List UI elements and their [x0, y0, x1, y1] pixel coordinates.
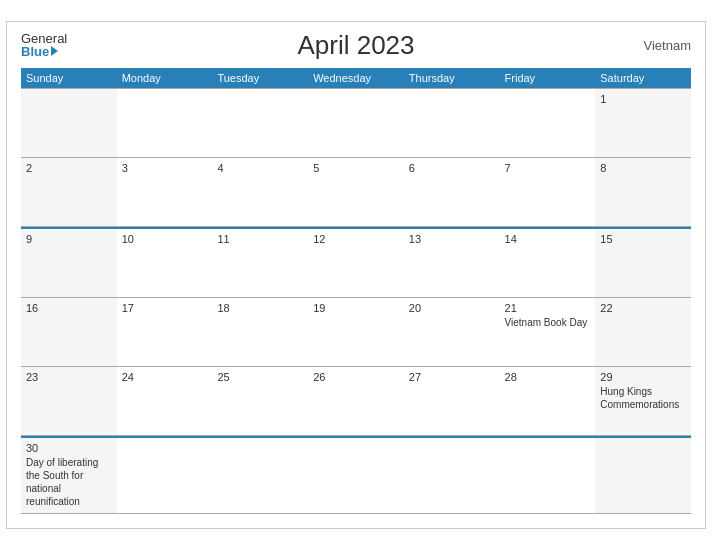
day-number: 6 — [409, 162, 495, 174]
day-cell: 24 — [117, 367, 213, 435]
day-cell: 17 — [117, 298, 213, 366]
day-cell: 7 — [500, 158, 596, 226]
event-text: Hung Kings Commemorations — [600, 386, 679, 410]
day-number: 26 — [313, 371, 399, 383]
day-cell — [212, 438, 308, 513]
day-cell — [212, 89, 308, 157]
week-row-2: 9101112131415 — [21, 227, 691, 298]
day-cell: 5 — [308, 158, 404, 226]
day-cell — [21, 89, 117, 157]
day-cell — [595, 438, 691, 513]
day-number: 17 — [122, 302, 208, 314]
day-cell: 18 — [212, 298, 308, 366]
day-cell: 3 — [117, 158, 213, 226]
week-row-1: 2345678 — [21, 158, 691, 227]
calendar-title: April 2023 — [297, 30, 414, 61]
day-number: 3 — [122, 162, 208, 174]
day-cell: 1 — [595, 89, 691, 157]
day-cell: 4 — [212, 158, 308, 226]
day-cell: 30Day of liberating the South for nation… — [21, 438, 117, 513]
day-number: 28 — [505, 371, 591, 383]
day-cell: 2 — [21, 158, 117, 226]
day-number: 5 — [313, 162, 399, 174]
day-number: 7 — [505, 162, 591, 174]
day-cell: 6 — [404, 158, 500, 226]
week-row-3: 161718192021Vietnam Book Day22 — [21, 298, 691, 367]
day-number: 1 — [600, 93, 686, 105]
header-friday: Friday — [500, 68, 596, 88]
day-cell: 13 — [404, 229, 500, 297]
day-cell: 14 — [500, 229, 596, 297]
day-cell: 27 — [404, 367, 500, 435]
day-cell — [500, 438, 596, 513]
day-cell: 22 — [595, 298, 691, 366]
day-number: 20 — [409, 302, 495, 314]
day-number: 19 — [313, 302, 399, 314]
day-cell: 8 — [595, 158, 691, 226]
day-cell: 9 — [21, 229, 117, 297]
day-cell — [404, 89, 500, 157]
day-cell: 15 — [595, 229, 691, 297]
day-number: 15 — [600, 233, 686, 245]
country-label: Vietnam — [644, 38, 691, 53]
day-number: 2 — [26, 162, 112, 174]
day-number: 10 — [122, 233, 208, 245]
day-number: 21 — [505, 302, 591, 314]
logo-blue-text: Blue — [21, 45, 58, 58]
day-cell: 23 — [21, 367, 117, 435]
day-number: 22 — [600, 302, 686, 314]
day-cell — [404, 438, 500, 513]
week-row-0: 1 — [21, 88, 691, 158]
header-wednesday: Wednesday — [308, 68, 404, 88]
day-cell: 28 — [500, 367, 596, 435]
day-cell: 29Hung Kings Commemorations — [595, 367, 691, 435]
logo: General Blue — [21, 32, 67, 58]
day-number: 12 — [313, 233, 399, 245]
day-number: 13 — [409, 233, 495, 245]
day-number: 14 — [505, 233, 591, 245]
day-headers-row: Sunday Monday Tuesday Wednesday Thursday… — [21, 68, 691, 88]
week-row-last: 30Day of liberating the South for nation… — [21, 436, 691, 514]
day-number: 25 — [217, 371, 303, 383]
day-number: 29 — [600, 371, 686, 383]
day-number: 9 — [26, 233, 112, 245]
day-number: 16 — [26, 302, 112, 314]
logo-triangle-icon — [51, 46, 58, 56]
day-cell: 25 — [212, 367, 308, 435]
day-cell: 12 — [308, 229, 404, 297]
day-cell — [117, 438, 213, 513]
day-cell: 26 — [308, 367, 404, 435]
header-monday: Monday — [117, 68, 213, 88]
day-cell: 21Vietnam Book Day — [500, 298, 596, 366]
day-number: 18 — [217, 302, 303, 314]
day-number: 8 — [600, 162, 686, 174]
day-number: 27 — [409, 371, 495, 383]
day-cell: 16 — [21, 298, 117, 366]
day-cell: 20 — [404, 298, 500, 366]
day-cell — [308, 438, 404, 513]
day-number: 30 — [26, 442, 112, 454]
week-row-4: 23242526272829Hung Kings Commemorations — [21, 367, 691, 436]
day-number: 4 — [217, 162, 303, 174]
header-saturday: Saturday — [595, 68, 691, 88]
event-text: Vietnam Book Day — [505, 317, 588, 328]
day-cell — [308, 89, 404, 157]
calendar-header: General Blue April 2023 Vietnam — [21, 32, 691, 58]
day-number: 23 — [26, 371, 112, 383]
event-text: Day of liberating the South for national… — [26, 457, 98, 507]
day-number: 11 — [217, 233, 303, 245]
header-thursday: Thursday — [404, 68, 500, 88]
calendar: General Blue April 2023 Vietnam Sunday M… — [6, 21, 706, 529]
day-cell — [500, 89, 596, 157]
day-cell: 19 — [308, 298, 404, 366]
day-cell: 11 — [212, 229, 308, 297]
day-cell — [117, 89, 213, 157]
day-cell: 10 — [117, 229, 213, 297]
day-number: 24 — [122, 371, 208, 383]
calendar-grid: 123456789101112131415161718192021Vietnam… — [21, 88, 691, 514]
header-sunday: Sunday — [21, 68, 117, 88]
header-tuesday: Tuesday — [212, 68, 308, 88]
